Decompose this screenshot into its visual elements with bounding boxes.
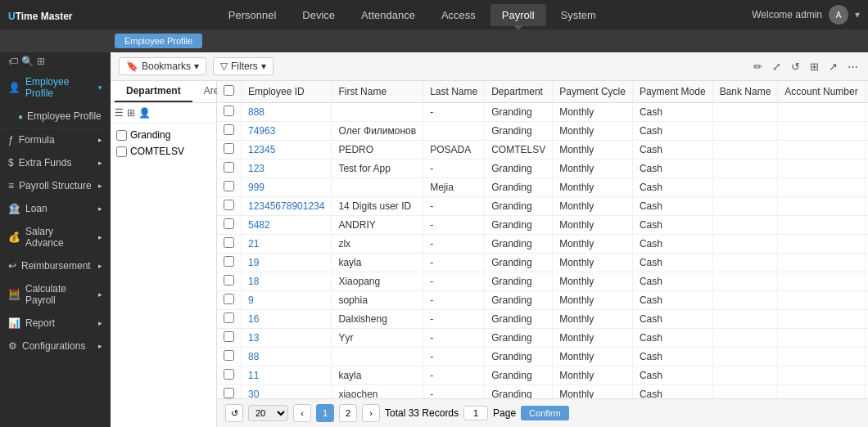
row-first-name-2: PEDRO — [332, 141, 423, 160]
nav-device[interactable]: Device — [291, 4, 346, 26]
refresh-icon[interactable]: ↺ — [789, 59, 802, 74]
row-employee-id-2[interactable]: 12345 — [242, 141, 332, 160]
row-account-number-2 — [778, 141, 865, 160]
dept-checkbox-comtelsv[interactable] — [116, 146, 127, 157]
tag-icon[interactable]: 🏷 — [8, 56, 18, 67]
tab-department[interactable]: Department — [115, 81, 192, 102]
table-container: Employee ID First Name Last Name Departm… — [217, 81, 868, 398]
row-check-15[interactable] — [224, 388, 234, 398]
table-row: 999 Mejia Granding Monthly Cash ✎ — [217, 178, 868, 197]
sidebar-item-formula[interactable]: ƒ Formula ▸ — [0, 128, 111, 151]
sidebar-item-loan[interactable]: 🏦 Loan ▸ — [0, 197, 111, 220]
row-check-7[interactable] — [224, 237, 234, 248]
chevron-salary: ▸ — [98, 233, 102, 241]
row-employee-id-4[interactable]: 999 — [242, 178, 332, 197]
select-all-checkbox[interactable] — [224, 85, 234, 96]
row-check-8[interactable] — [224, 256, 234, 267]
nav-access[interactable]: Access — [430, 4, 487, 26]
sidebar-item-salary-advance[interactable]: 💰 Salary Advance ▸ — [0, 220, 111, 254]
share-icon[interactable]: ↗ — [827, 59, 839, 74]
sidebar-toolbar: 🏷 🔍 ⊞ — [0, 52, 111, 70]
nav-attendance[interactable]: Attendance — [350, 4, 427, 26]
prev-page-btn[interactable]: ‹ — [293, 404, 311, 422]
row-employee-id-1[interactable]: 74963 — [242, 122, 332, 141]
search-icon[interactable]: 🔍 — [21, 56, 34, 67]
dept-item-granding[interactable]: Granding — [114, 127, 213, 143]
loan-icon: 🏦 — [8, 203, 20, 214]
sidebar-item-configurations[interactable]: ⚙ Configurations ▸ — [0, 335, 111, 357]
row-check-2[interactable] — [224, 143, 234, 154]
row-check-9[interactable] — [224, 275, 234, 285]
page-size-select[interactable]: 20 50 100 — [248, 405, 288, 421]
row-employee-id-7[interactable]: 21 — [242, 235, 332, 254]
row-employee-id-10[interactable]: 9 — [242, 291, 332, 310]
row-employee-id-11[interactable]: 16 — [242, 310, 332, 329]
row-check-11[interactable] — [224, 312, 234, 323]
bookmarks-button[interactable]: 🔖 Bookmarks ▾ — [119, 57, 206, 75]
nav-payroll[interactable]: Payroll — [491, 4, 546, 26]
tree-icon-2[interactable]: ⊞ — [127, 107, 135, 119]
row-last-name-15: - — [423, 385, 485, 399]
row-bank-name-10 — [712, 291, 778, 310]
sidebar-sub-item-employee-profile[interactable]: ● Employee Profile — [18, 108, 102, 124]
row-department-8: Granding — [485, 254, 553, 272]
sub-tab-employee-profile[interactable]: Employee Profile — [115, 34, 202, 48]
row-check-3[interactable] — [224, 162, 234, 173]
row-check-6[interactable] — [224, 218, 234, 229]
row-employee-id-6[interactable]: 5482 — [242, 216, 332, 235]
page-input[interactable] — [463, 406, 488, 420]
dept-checkbox-granding[interactable] — [116, 130, 127, 141]
row-check-12[interactable] — [224, 331, 234, 342]
grid-icon[interactable]: ⊞ — [37, 56, 45, 67]
sidebar-item-reimbursement[interactable]: ↩ Reimbursement ▸ — [0, 254, 111, 277]
row-check-0[interactable] — [224, 106, 234, 116]
row-department-0: Granding — [485, 103, 553, 122]
row-checkbox-0 — [217, 103, 242, 122]
row-employee-id-14[interactable]: 11 — [242, 366, 332, 385]
nav-system[interactable]: System — [549, 4, 608, 26]
row-check-13[interactable] — [224, 350, 234, 361]
sidebar-item-extra-funds[interactable]: $ Extra Funds ▸ — [0, 151, 111, 174]
row-employee-id-13[interactable]: 88 — [242, 348, 332, 366]
confirm-btn[interactable]: Confirm — [521, 406, 569, 420]
page-1-btn[interactable]: 1 — [316, 404, 334, 422]
row-check-5[interactable] — [224, 200, 234, 210]
left-panel: Department Area ☰ ⊞ 👤 Granding COMTELSV — [111, 81, 217, 427]
page-2-btn[interactable]: 2 — [339, 404, 357, 422]
table-row: 12345678901234 14 Digits user ID - Grand… — [217, 197, 868, 216]
row-employee-id-8[interactable]: 19 — [242, 254, 332, 272]
row-checkbox-6 — [217, 216, 242, 235]
chevron-structure: ▸ — [98, 182, 102, 190]
dept-item-comtelsv[interactable]: COMTELSV — [114, 143, 213, 160]
row-employee-id-5[interactable]: 12345678901234 — [242, 197, 332, 216]
expand-icon[interactable]: ⤢ — [771, 59, 783, 74]
sidebar-item-employee-profile[interactable]: 👤 Employee Profile ▾ — [0, 70, 111, 105]
row-check-4[interactable] — [224, 181, 234, 191]
more-icon[interactable]: ⋯ — [846, 59, 860, 74]
row-check-1[interactable] — [224, 124, 234, 135]
row-agent-id-6 — [865, 216, 868, 235]
sidebar-item-calculate-payroll[interactable]: 🧮 Calculate Payroll ▸ — [0, 277, 111, 312]
tree-icon-3[interactable]: 👤 — [138, 107, 151, 119]
row-employee-id-3[interactable]: 123 — [242, 160, 332, 178]
sidebar-item-report[interactable]: 📊 Report ▸ — [0, 312, 111, 335]
avatar[interactable]: A — [829, 5, 848, 25]
row-checkbox-4 — [217, 178, 242, 197]
row-employee-id-0[interactable]: 888 — [242, 103, 332, 122]
nav-personnel[interactable]: Personnel — [217, 4, 288, 26]
row-employee-id-9[interactable]: 18 — [242, 272, 332, 291]
sidebar-item-payroll-structure[interactable]: ≡ Payroll Structure ▸ — [0, 174, 111, 197]
columns-icon[interactable]: ⊞ — [808, 59, 821, 74]
row-check-10[interactable] — [224, 294, 234, 304]
next-page-btn[interactable]: › — [362, 404, 380, 422]
filters-button[interactable]: ▽ Filters ▾ — [213, 57, 274, 75]
edit-icon[interactable]: ✏ — [752, 59, 764, 74]
row-employee-id-15[interactable]: 30 — [242, 385, 332, 399]
row-check-14[interactable] — [224, 369, 234, 380]
tree-icon-1[interactable]: ☰ — [115, 107, 124, 119]
row-employee-id-12[interactable]: 13 — [242, 329, 332, 348]
avatar-chevron[interactable]: ▾ — [855, 9, 860, 20]
refresh-page-btn[interactable]: ↺ — [225, 404, 243, 422]
row-last-name-10: - — [423, 291, 485, 310]
header-account-number: Account Number — [778, 81, 865, 103]
